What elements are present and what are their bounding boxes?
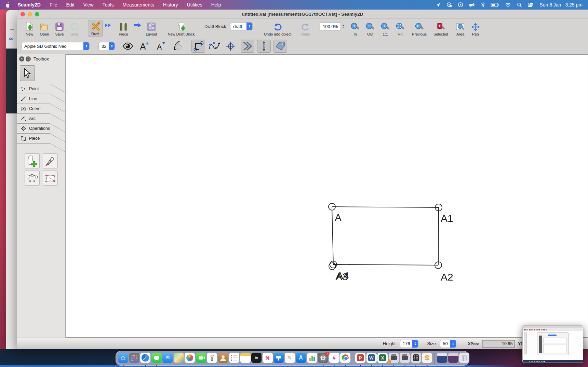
- menubar-app-name[interactable]: Seamly2D: [18, 2, 41, 8]
- menu-file[interactable]: File: [50, 2, 57, 8]
- undo-button[interactable]: Undo add object: [262, 20, 293, 37]
- draft-mode-button[interactable]: Draft: [88, 20, 103, 37]
- window-preview-thumbnail[interactable]: [522, 325, 583, 363]
- dock-minimized-window-1[interactable]: [437, 353, 447, 363]
- dock-minimized-window-2[interactable]: [448, 353, 458, 363]
- internal-path-tool-button[interactable]: [43, 171, 58, 186]
- height-spinner[interactable]: 176 ▲▼: [400, 340, 419, 348]
- dock-seamly2d-icon[interactable]: S: [422, 353, 432, 363]
- menubar-time[interactable]: 3:25 pm: [565, 2, 583, 8]
- dock-printer-scan-icon[interactable]: [389, 353, 399, 363]
- dock-messages-icon[interactable]: [151, 353, 162, 363]
- rotate-label-button[interactable]: [170, 40, 184, 53]
- dock-pages-icon[interactable]: ✎: [285, 353, 295, 363]
- video-mute-icon[interactable]: [469, 2, 475, 8]
- point-a-label[interactable]: A: [335, 212, 342, 223]
- menu-utilities[interactable]: Utilities: [187, 2, 202, 8]
- dock-calculator-icon[interactable]: [411, 353, 421, 363]
- zoom-stepper-icon[interactable]: ▲▼: [342, 24, 344, 28]
- location-icon[interactable]: [436, 2, 441, 8]
- font-size-spinner[interactable]: 32 ▲▼: [98, 42, 115, 50]
- toolbox-close-icon[interactable]: ✕: [19, 56, 24, 62]
- new-draft-block-button[interactable]: New Draft Block: [165, 20, 198, 37]
- open-button[interactable]: Open: [37, 20, 52, 37]
- piece-mode-button[interactable]: Piece: [116, 20, 131, 37]
- spotlight-search-icon[interactable]: [517, 2, 522, 8]
- show-labels-eye-button[interactable]: [121, 40, 135, 53]
- font-family-select[interactable]: Apple SD Gothic Neo ▲▼: [21, 42, 90, 50]
- increase-font-button[interactable]: A: [137, 40, 151, 53]
- dock-calendar-icon[interactable]: JAN8: [207, 353, 217, 363]
- point-a1-label[interactable]: A1: [441, 213, 453, 224]
- dock-launchpad-icon[interactable]: [129, 353, 139, 363]
- toolbox-category-point[interactable]: Point: [17, 84, 66, 94]
- double-chevron-tool-button[interactable]: [241, 40, 254, 53]
- point-a4-label[interactable]: A4: [336, 270, 349, 281]
- dock-safari-icon[interactable]: [140, 353, 150, 363]
- dock-powerpoint-icon[interactable]: P: [355, 353, 365, 363]
- size-spinner[interactable]: 50 ▲▼: [440, 340, 456, 348]
- dock-notes-icon[interactable]: [240, 353, 251, 363]
- dock-word-icon[interactable]: W: [366, 353, 377, 363]
- menu-edit[interactable]: Edit: [66, 2, 75, 8]
- dock-printer-icon[interactable]: [400, 353, 410, 363]
- background-browser-window[interactable]: ← ∞: [6, 10, 18, 349]
- dock-chrome-icon[interactable]: [340, 353, 350, 363]
- zoom-in-button[interactable]: In: [348, 20, 363, 37]
- dock-reminders-icon[interactable]: [229, 353, 239, 363]
- dock-excel-icon[interactable]: X: [377, 353, 388, 363]
- toolbox-category-line[interactable]: Line: [17, 94, 66, 104]
- new-button[interactable]: New: [22, 20, 37, 37]
- zoom-level-spinner[interactable]: 100.0% ▲▼: [320, 23, 344, 30]
- sync-button[interactable]: Sync: [67, 20, 82, 37]
- back-arrow-icon[interactable]: ←: [9, 25, 15, 32]
- window-titlebar[interactable]: untitled.val [measurementsGG17thOCT.vst]…: [17, 10, 588, 19]
- close-window-button[interactable]: [21, 12, 25, 16]
- menu-view[interactable]: View: [83, 2, 94, 8]
- save-button[interactable]: Save: [52, 20, 67, 37]
- dock-apple-tv-icon[interactable]: tv: [251, 353, 262, 363]
- zoom-window-button[interactable]: [35, 12, 39, 16]
- toolbox-category-arc[interactable]: Arc: [17, 113, 66, 123]
- toolbox-float-icon[interactable]: ❏: [26, 56, 31, 62]
- dock-slack-icon[interactable]: #: [329, 353, 339, 363]
- dock-facetime-icon[interactable]: [196, 353, 206, 363]
- dock-finder-icon[interactable]: ☺: [118, 353, 128, 363]
- point-a2-label[interactable]: A2: [441, 271, 453, 283]
- layout-mode-button[interactable]: Layout: [144, 20, 159, 37]
- dock-photos-icon[interactable]: [185, 353, 195, 363]
- battery-icon[interactable]: [491, 3, 499, 7]
- curve-tool-button[interactable]: [208, 40, 222, 53]
- toolbox-category-operations[interactable]: Operations: [17, 123, 66, 133]
- dock-maps-icon[interactable]: [174, 353, 184, 363]
- anchor-point-tool-button[interactable]: [224, 40, 238, 53]
- decrease-font-button[interactable]: A: [154, 40, 168, 53]
- screen-lock-icon[interactable]: [446, 2, 452, 8]
- zoom-1-1-button[interactable]: 1 1:1: [378, 20, 393, 37]
- new-piece-tool-button[interactable]: [25, 153, 40, 168]
- menu-help[interactable]: Help: [211, 2, 221, 8]
- select-tool-button[interactable]: [20, 65, 35, 81]
- wifi-icon[interactable]: [505, 2, 511, 7]
- redo-button[interactable]: Redo: [298, 20, 313, 37]
- vertical-arrow-tool-button[interactable]: [257, 40, 271, 53]
- menubar-date[interactable]: Sun 8 Jan: [539, 2, 561, 8]
- control-center-icon[interactable]: [528, 2, 534, 8]
- menu-tools[interactable]: Tools: [103, 2, 114, 8]
- draft-block-select[interactable]: draft ▲▼: [230, 22, 253, 30]
- zoom-out-button[interactable]: Out: [363, 20, 378, 37]
- dock-news-icon[interactable]: N: [263, 353, 273, 363]
- dock-system-settings-icon[interactable]: 2: [318, 353, 328, 363]
- dock-trash-icon[interactable]: [459, 353, 469, 363]
- toolbox-category-piece[interactable]: Piece: [17, 133, 66, 143]
- add-anchor-pen-tool-button[interactable]: [43, 153, 58, 168]
- pan-button[interactable]: Pan: [468, 20, 483, 37]
- dock-numbers-icon[interactable]: [307, 353, 317, 363]
- zoom-fit-button[interactable]: Fit: [393, 20, 408, 37]
- zoom-previous-button[interactable]: Previous: [411, 20, 428, 37]
- dock-keynote-icon[interactable]: [273, 353, 284, 363]
- union-tool-button[interactable]: [191, 40, 205, 53]
- toolbox-category-curve[interactable]: Curve: [17, 104, 66, 113]
- minimize-window-button[interactable]: [28, 12, 32, 16]
- anchor-points-tool-button[interactable]: [25, 171, 40, 186]
